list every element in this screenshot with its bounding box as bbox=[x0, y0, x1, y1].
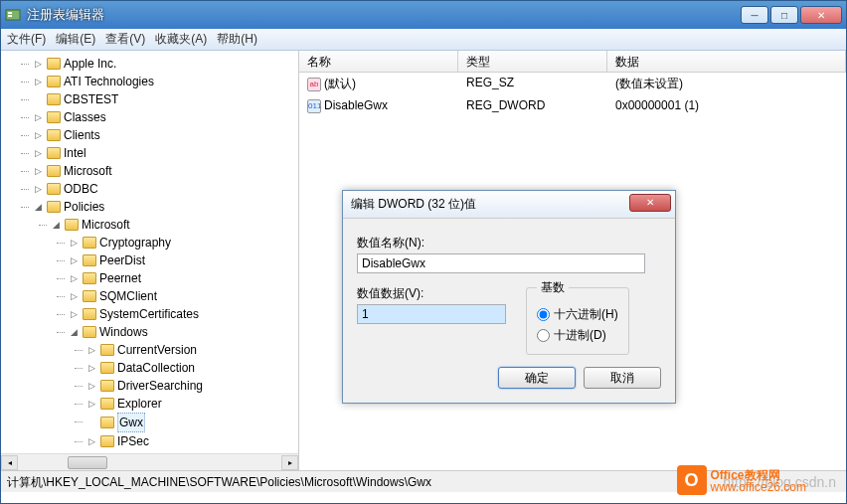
tree-item[interactable]: ▷Intel bbox=[31, 144, 298, 162]
tree-item[interactable]: ▷DataCollection bbox=[85, 359, 298, 377]
tree-item[interactable]: ◢Microsoft bbox=[49, 216, 298, 234]
tree-item[interactable]: ▷PeerDist bbox=[67, 252, 298, 269]
base-legend: 基数 bbox=[537, 279, 569, 296]
value-name-label: 数值名称(N): bbox=[357, 235, 661, 252]
value-data-label: 数值数据(V): bbox=[357, 285, 506, 302]
dialog-titlebar: 编辑 DWORD (32 位)值 ✕ bbox=[343, 191, 675, 219]
edit-dword-dialog: 编辑 DWORD (32 位)值 ✕ 数值名称(N): 数值数据(V): 基数 … bbox=[342, 190, 676, 404]
logo-url: www.office26.com bbox=[711, 480, 807, 494]
folder-icon bbox=[100, 435, 114, 447]
tree-item[interactable]: ▷Apple Inc. bbox=[31, 55, 298, 73]
svg-rect-2 bbox=[8, 15, 12, 17]
folder-icon bbox=[83, 272, 96, 284]
cancel-button[interactable]: 取消 bbox=[584, 367, 661, 389]
folder-icon bbox=[47, 201, 61, 213]
brand-logo: O Office教程网 www.office26.com bbox=[677, 465, 807, 495]
dword-value-icon: 011 bbox=[307, 99, 321, 113]
folder-icon bbox=[47, 111, 61, 123]
tree-item[interactable]: ▷Classes bbox=[31, 108, 298, 126]
tree-item[interactable]: ▷Cryptography bbox=[67, 234, 298, 252]
ok-button[interactable]: 确定 bbox=[498, 367, 576, 389]
menubar: 文件(F) 编辑(E) 查看(V) 收藏夹(A) 帮助(H) bbox=[1, 29, 846, 51]
menu-edit[interactable]: 编辑(E) bbox=[56, 31, 95, 48]
logo-icon: O bbox=[677, 465, 707, 495]
tree-item[interactable]: ▷Explorer bbox=[85, 395, 298, 413]
horizontal-scrollbar[interactable]: ◂ ▸ bbox=[1, 453, 298, 470]
tree-item[interactable]: ▷SystemCertificates bbox=[67, 305, 298, 323]
folder-icon bbox=[83, 254, 96, 266]
folder-icon bbox=[100, 344, 114, 356]
list-row[interactable]: 011DisableGwx REG_DWORD 0x00000001 (1) bbox=[299, 95, 846, 116]
tree-item[interactable]: ▷ODBC bbox=[31, 180, 298, 198]
list-row[interactable]: ab(默认) REG_SZ (数值未设置) bbox=[299, 73, 846, 95]
folder-icon bbox=[83, 237, 96, 249]
tree-item-selected[interactable]: Gwx bbox=[85, 413, 298, 432]
folder-icon bbox=[83, 326, 96, 338]
status-path: 计算机\HKEY_LOCAL_MACHINE\SOFTWARE\Policies… bbox=[7, 475, 431, 489]
dialog-close-button[interactable]: ✕ bbox=[629, 194, 671, 212]
tree-item[interactable]: ◢Windows bbox=[67, 323, 298, 341]
scroll-right-icon[interactable]: ▸ bbox=[281, 455, 298, 470]
column-type[interactable]: 类型 bbox=[458, 51, 607, 72]
string-value-icon: ab bbox=[307, 78, 321, 91]
tree-item[interactable]: ▷ATI Technologies bbox=[31, 73, 298, 90]
tree-item[interactable]: ▷CurrentVersion bbox=[85, 341, 298, 359]
minimize-button[interactable]: ─ bbox=[741, 6, 768, 24]
base-fieldset: 基数 十六进制(H) 十进制(D) bbox=[526, 279, 629, 355]
tree-item[interactable]: ▷IPSec bbox=[85, 432, 298, 448]
maximize-button[interactable]: □ bbox=[770, 6, 798, 24]
value-name-field[interactable] bbox=[357, 253, 645, 273]
menu-favorites[interactable]: 收藏夹(A) bbox=[155, 31, 207, 48]
folder-icon bbox=[47, 76, 61, 87]
svg-rect-1 bbox=[8, 12, 12, 14]
app-icon bbox=[5, 7, 21, 23]
folder-icon bbox=[47, 129, 61, 141]
folder-icon bbox=[47, 183, 61, 195]
scroll-thumb[interactable] bbox=[68, 456, 107, 469]
tree-item[interactable]: ▷Microsoft bbox=[31, 162, 298, 180]
menu-help[interactable]: 帮助(H) bbox=[217, 31, 257, 48]
radio-hex-input[interactable] bbox=[537, 308, 550, 321]
value-data-field[interactable] bbox=[357, 304, 506, 324]
menu-view[interactable]: 查看(V) bbox=[105, 31, 145, 48]
tree-item[interactable]: ▷Clients bbox=[31, 126, 298, 144]
list-header: 名称 类型 数据 bbox=[299, 51, 846, 73]
folder-icon bbox=[100, 380, 114, 392]
tree-item[interactable]: ▷DriverSearching bbox=[85, 377, 298, 395]
close-button[interactable]: ✕ bbox=[800, 6, 842, 24]
folder-icon bbox=[47, 147, 61, 159]
folder-icon bbox=[47, 58, 61, 70]
folder-icon bbox=[65, 219, 79, 231]
radio-dec-input[interactable] bbox=[537, 329, 550, 342]
radio-hex[interactable]: 十六进制(H) bbox=[537, 306, 618, 323]
folder-icon bbox=[47, 93, 61, 105]
column-data[interactable]: 数据 bbox=[607, 51, 846, 72]
window-title: 注册表编辑器 bbox=[27, 6, 741, 24]
scroll-left-icon[interactable]: ◂ bbox=[1, 455, 18, 470]
tree-pane: ▷Apple Inc. ▷ATI Technologies CBSTEST ▷C… bbox=[1, 51, 299, 470]
folder-icon bbox=[47, 165, 61, 177]
tree-item[interactable]: ▷Peernet bbox=[67, 269, 298, 287]
column-name[interactable]: 名称 bbox=[299, 51, 458, 72]
window-titlebar: 注册表编辑器 ─ □ ✕ bbox=[1, 1, 846, 29]
tree-item[interactable]: ◢Policies bbox=[31, 198, 298, 216]
folder-icon bbox=[83, 290, 96, 302]
folder-icon bbox=[100, 417, 114, 428]
folder-icon bbox=[100, 362, 114, 374]
tree-item[interactable]: CBSTEST bbox=[31, 90, 298, 108]
dialog-title: 编辑 DWORD (32 位)值 bbox=[351, 196, 629, 213]
tree-item[interactable]: ▷SQMClient bbox=[67, 287, 298, 305]
radio-dec[interactable]: 十进制(D) bbox=[537, 327, 618, 344]
folder-icon bbox=[100, 398, 114, 410]
menu-file[interactable]: 文件(F) bbox=[7, 31, 46, 48]
folder-icon bbox=[83, 308, 96, 320]
